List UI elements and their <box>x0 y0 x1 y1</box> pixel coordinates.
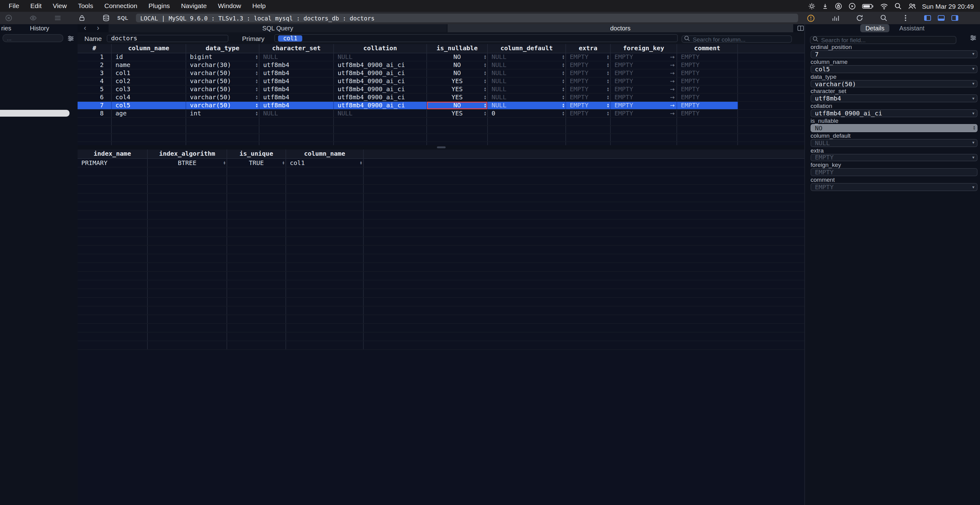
stepper-icon[interactable]: ▴▾ <box>256 111 258 116</box>
menu-item-file[interactable]: File <box>3 0 25 12</box>
cell-is_nullable[interactable]: NO▴▾ <box>427 70 488 77</box>
column-header-index_name[interactable]: index_name <box>78 149 148 158</box>
cell-collation[interactable]: NULL <box>334 53 427 61</box>
cell-extra[interactable]: EMPTY▴▾ <box>566 110 611 117</box>
cell-collation[interactable]: utf8mb4_0900_ai_ci <box>334 86 427 93</box>
stepper-icon[interactable]: ▴▾ <box>607 55 609 59</box>
table-row[interactable]: 5col3varchar(50)▴▾utf8mb4utf8mb4_0900_ai… <box>78 86 805 94</box>
cell-data_type[interactable]: varchar(30)▴▾ <box>186 62 259 69</box>
cell-extra[interactable]: EMPTY▴▾ <box>566 70 611 77</box>
cell-column_default[interactable]: NULL▴▾ <box>488 62 566 69</box>
cell-data_type[interactable]: varchar(50)▴▾ <box>186 78 259 85</box>
stepper-icon[interactable]: ▴▾ <box>562 95 564 100</box>
nav-forward-icon[interactable]: › <box>97 24 99 32</box>
stepper-icon[interactable]: ▴▾ <box>484 111 486 116</box>
cell-num[interactable]: 5 <box>78 86 112 93</box>
cell-column_default[interactable]: 0▴▾ <box>488 110 566 117</box>
cell-is_nullable[interactable]: YES▴▾ <box>427 110 488 117</box>
table-row[interactable]: 2namevarchar(30)▴▾utf8mb4utf8mb4_0900_ai… <box>78 62 805 70</box>
stepper-icon[interactable]: ▴▾ <box>256 79 258 83</box>
stepper-icon[interactable]: ▴▾ <box>607 95 609 100</box>
sidebar-search-input[interactable] <box>3 34 63 42</box>
sidebar-selected-query[interactable] <box>0 110 70 116</box>
toggle-bottom-panel-icon[interactable] <box>937 14 945 22</box>
cell-column_name[interactable]: col1▴▾ <box>286 159 364 167</box>
table-row[interactable]: 8ageint▴▾NULLNULLYES▴▾0▴▾EMPTY▴▾EMPTY→EM… <box>78 110 805 118</box>
cell-data_type[interactable]: varchar(50)▴▾ <box>186 70 259 77</box>
field-ordinal_position-control[interactable]: 7▾ <box>811 50 977 58</box>
table-row[interactable]: 7col5varchar(50)▴▾utf8mb4utf8mb4_0900_ai… <box>78 102 805 110</box>
stepper-icon[interactable]: ▴▾ <box>973 126 975 130</box>
cell-collation[interactable]: utf8mb4_0900_ai_ci <box>334 70 427 77</box>
cell-foreign_key[interactable]: EMPTY→ <box>611 70 677 77</box>
stepper-icon[interactable]: ▴▾ <box>484 79 486 83</box>
cell-character_set[interactable]: NULL <box>259 53 334 61</box>
cell-is_nullable[interactable]: YES▴▾ <box>427 86 488 93</box>
refresh-icon[interactable] <box>856 14 863 22</box>
cell-foreign_key[interactable]: EMPTY→ <box>611 86 677 93</box>
cell-foreign_key[interactable]: EMPTY→ <box>611 62 677 69</box>
column-header-column_name[interactable]: column_name <box>286 149 364 158</box>
menu-item-edit[interactable]: Edit <box>25 0 47 12</box>
foreign-key-arrow-icon[interactable]: → <box>670 110 675 117</box>
filter-sliders-icon[interactable] <box>67 35 75 42</box>
field-data_type-control[interactable]: varchar(50)▾ <box>811 80 977 88</box>
field-column_name-control[interactable]: col5▾ <box>811 65 977 73</box>
cell-data_type[interactable]: varchar(50)▴▾ <box>186 102 259 109</box>
sql-badge[interactable]: SQL <box>117 15 129 21</box>
field-foreign_key-control[interactable]: EMPTY <box>811 168 977 176</box>
cell-extra[interactable]: EMPTY▴▾ <box>566 86 611 93</box>
table-row[interactable]: 1idbigint▴▾NULLNULLNO▴▾NULL▴▾EMPTY▴▾EMPT… <box>78 53 805 62</box>
stepper-icon[interactable]: ▴▾ <box>484 63 486 67</box>
cell-foreign_key[interactable]: EMPTY→ <box>611 53 677 61</box>
cell-foreign_key[interactable]: EMPTY→ <box>611 102 677 109</box>
column-header-comment[interactable]: comment <box>677 44 738 53</box>
stepper-icon[interactable]: ▴▾ <box>256 63 258 67</box>
stepper-icon[interactable]: ▴▾ <box>607 103 609 108</box>
stepper-icon[interactable]: ▴▾ <box>360 161 362 165</box>
cell-collation[interactable]: utf8mb4_0900_ai_ci <box>334 62 427 69</box>
cell-comment[interactable]: EMPTY <box>677 102 738 109</box>
tab-doctors[interactable]: doctors <box>447 24 793 32</box>
table-name-input[interactable] <box>107 35 228 42</box>
cell-is_nullable[interactable]: YES▴▾ <box>427 94 488 101</box>
cell-column_name[interactable]: col2 <box>112 78 186 85</box>
brightness-icon[interactable] <box>808 2 815 10</box>
cell-character_set[interactable]: utf8mb4 <box>259 70 334 77</box>
cell-comment[interactable]: EMPTY <box>677 110 738 117</box>
sidebar-tab-history[interactable]: History <box>30 25 49 32</box>
column-header-collation[interactable]: collation <box>334 44 427 53</box>
menu-item-window[interactable]: Window <box>212 0 247 12</box>
column-header-extra[interactable]: extra <box>566 44 611 53</box>
foreign-key-arrow-icon[interactable]: → <box>670 86 675 92</box>
stepper-icon[interactable]: ▴▾ <box>562 111 564 116</box>
stepper-icon[interactable]: ▴▾ <box>562 71 564 75</box>
toggle-right-panel-icon[interactable] <box>951 14 959 22</box>
privacy-lock-icon[interactable] <box>834 2 842 10</box>
column-search-input[interactable] <box>681 35 792 43</box>
cell-extra[interactable]: EMPTY▴▾ <box>566 78 611 85</box>
stepper-icon[interactable]: ▴▾ <box>256 55 258 59</box>
nav-back-icon[interactable]: ‹ <box>84 24 86 32</box>
field-comment-control[interactable]: EMPTY▾ <box>811 183 977 191</box>
cell-column_name[interactable]: col5 <box>112 102 186 109</box>
cell-foreign_key[interactable]: EMPTY→ <box>611 78 677 85</box>
cell-column_name[interactable]: age <box>112 110 186 117</box>
cell-is_nullable[interactable]: NO▴▾ <box>427 102 488 109</box>
column-header-data_type[interactable]: data_type <box>186 44 259 53</box>
cell-character_set[interactable]: utf8mb4 <box>259 94 334 101</box>
cell-character_set[interactable]: utf8mb4 <box>259 78 334 85</box>
splitter-handle[interactable] <box>437 146 445 148</box>
column-header-index_algorithm[interactable]: index_algorithm <box>148 149 227 158</box>
table-row[interactable]: 3col1varchar(50)▴▾utf8mb4utf8mb4_0900_ai… <box>78 70 805 78</box>
cell-extra[interactable]: EMPTY▴▾ <box>566 53 611 61</box>
tab-assistant[interactable]: Assistant <box>899 25 924 32</box>
cell-comment[interactable]: EMPTY <box>677 94 738 101</box>
stepper-icon[interactable]: ▴▾ <box>562 63 564 67</box>
foreign-key-arrow-icon[interactable]: → <box>670 54 675 60</box>
field-character_set-control[interactable]: utf8mb4▾ <box>811 95 977 103</box>
user-switch-icon[interactable] <box>908 2 916 10</box>
tab-sql-query[interactable]: SQL Query <box>108 24 447 32</box>
stepper-icon[interactable]: ▴▾ <box>607 71 609 75</box>
cell-num[interactable]: 4 <box>78 78 112 85</box>
